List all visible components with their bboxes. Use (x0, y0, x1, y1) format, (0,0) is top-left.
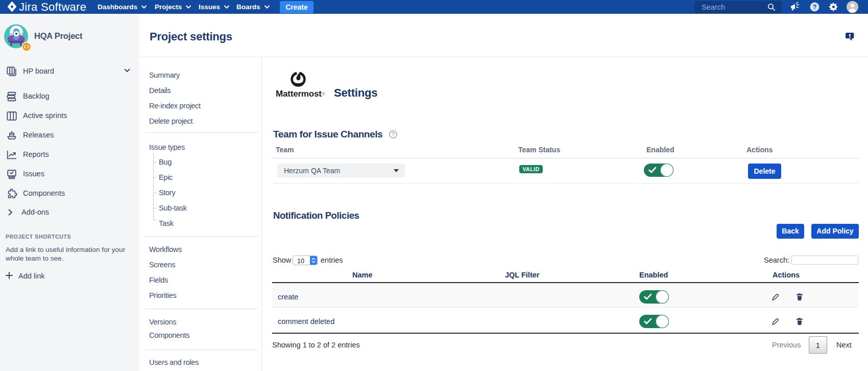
svg-text:?: ? (392, 131, 395, 137)
svg-text:?: ? (813, 4, 817, 11)
